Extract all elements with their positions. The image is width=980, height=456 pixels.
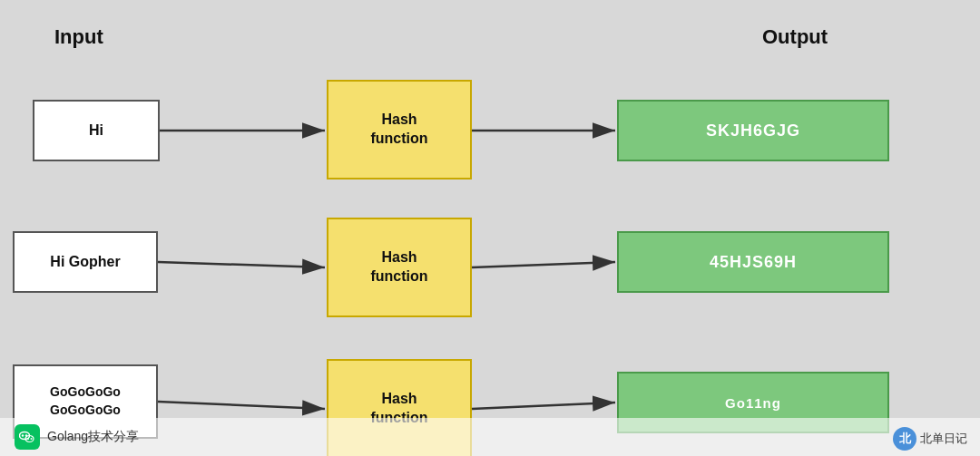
input-label: Input — [54, 25, 103, 49]
beidian-icon: 北 — [893, 427, 916, 451]
input-box-1: Hi — [33, 100, 160, 161]
arrow-3-hash-output — [472, 403, 615, 409]
beidian-watermark: 北 北单日记 — [893, 427, 967, 451]
arrow-3-input-hash — [158, 402, 325, 409]
arrow-2-input-hash — [158, 262, 325, 267]
wechat-logo-icon — [15, 424, 40, 450]
input-text-2: Hi Gopher — [50, 254, 120, 270]
output-label: Output — [762, 25, 828, 49]
hash-text-2: Hashfunction — [370, 248, 427, 286]
svg-point-2 — [22, 434, 24, 436]
wechat-band: Golang技术分享 — [0, 418, 980, 456]
output-text-3: Go11ng — [725, 395, 781, 411]
beidian-label: 北单日记 — [920, 431, 967, 447]
hash-text-1: Hashfunction — [370, 111, 427, 149]
input-text-3: GoGoGoGoGoGoGoGo — [50, 383, 121, 419]
input-box-2: Hi Gopher — [13, 231, 158, 293]
output-text-2: 45HJS69H — [710, 253, 797, 272]
hash-box-1: Hashfunction — [327, 80, 472, 179]
arrow-2-hash-output — [472, 262, 615, 267]
input-text-1: Hi — [89, 122, 103, 139]
svg-point-5 — [31, 438, 33, 440]
hash-box-2: Hashfunction — [327, 218, 472, 317]
wechat-label: Golang技术分享 — [47, 429, 139, 445]
output-box-1: SKJH6GJG — [617, 100, 889, 161]
output-box-2: 45HJS69H — [617, 231, 889, 293]
output-text-1: SKJH6GJG — [706, 121, 800, 141]
